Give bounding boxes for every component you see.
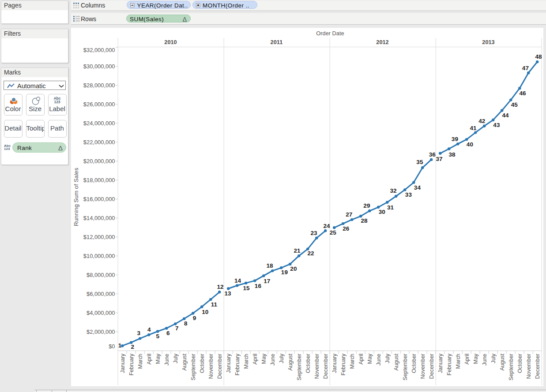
svg-text:Running Sum of Sales: Running Sum of Sales	[73, 168, 79, 226]
svg-text:15: 15	[243, 285, 250, 291]
svg-text:May: May	[473, 353, 479, 364]
svg-text:24: 24	[324, 223, 331, 229]
svg-text:22: 22	[307, 250, 314, 257]
svg-text:$2,000,000: $2,000,000	[87, 329, 115, 335]
svg-text:1: 1	[118, 342, 122, 349]
svg-text:30: 30	[379, 209, 385, 215]
svg-text:14: 14	[234, 277, 241, 284]
svg-text:40: 40	[467, 141, 473, 148]
svg-text:2012: 2012	[376, 39, 388, 45]
svg-text:2: 2	[131, 343, 134, 350]
svg-text:February: February	[446, 353, 452, 375]
svg-text:4: 4	[147, 326, 151, 333]
svg-text:March: March	[349, 354, 355, 369]
svg-text:June: June	[270, 354, 276, 366]
svg-text:16: 16	[255, 283, 262, 289]
svg-text:42: 42	[478, 118, 486, 124]
svg-text:April: April	[146, 354, 152, 365]
svg-text:44: 44	[502, 112, 509, 119]
svg-text:January: January	[120, 353, 126, 373]
svg-text:November: November	[420, 354, 426, 379]
svg-text:December: December	[323, 354, 329, 379]
svg-text:2010: 2010	[164, 39, 177, 45]
svg-text:April: April	[464, 354, 470, 365]
svg-text:February: February	[234, 353, 241, 375]
svg-text:July: July	[279, 353, 285, 363]
svg-text:28: 28	[361, 217, 368, 224]
svg-text:July: July	[384, 353, 391, 363]
svg-text:October: October	[517, 354, 523, 373]
svg-text:26: 26	[343, 225, 350, 232]
svg-text:December: December	[535, 354, 541, 379]
svg-text:July: July	[173, 353, 179, 363]
svg-text:29: 29	[363, 202, 370, 209]
svg-text:5: 5	[156, 333, 160, 340]
svg-text:October: October	[199, 354, 205, 373]
svg-text:June: June	[482, 354, 488, 366]
svg-text:January: January	[437, 353, 444, 373]
svg-text:$0: $0	[109, 343, 115, 350]
svg-text:$24,000,000: $24,000,000	[83, 120, 115, 127]
svg-text:$10,000,000: $10,000,000	[83, 253, 115, 259]
svg-text:23: 23	[311, 230, 318, 236]
svg-text:May: May	[155, 353, 161, 364]
svg-text:21: 21	[294, 247, 301, 254]
svg-text:March: March	[137, 354, 143, 369]
svg-text:January: January	[331, 353, 338, 373]
svg-text:$26,000,000: $26,000,000	[83, 101, 115, 108]
svg-text:27: 27	[346, 211, 352, 218]
svg-text:12: 12	[217, 284, 224, 290]
svg-text:$22,000,000: $22,000,000	[83, 139, 115, 146]
svg-text:45: 45	[511, 101, 518, 108]
svg-text:48: 48	[535, 53, 542, 60]
svg-text:$12,000,000: $12,000,000	[83, 234, 115, 240]
svg-text:February: February	[340, 353, 346, 375]
svg-text:17: 17	[264, 278, 270, 284]
svg-text:7: 7	[175, 325, 179, 332]
svg-text:2011: 2011	[271, 39, 283, 45]
svg-text:March: March	[455, 354, 461, 369]
svg-text:September: September	[508, 354, 514, 381]
svg-text:47: 47	[522, 65, 529, 71]
svg-text:32: 32	[390, 187, 397, 194]
svg-text:April: April	[358, 354, 364, 365]
svg-text:35: 35	[416, 159, 423, 165]
svg-text:2013: 2013	[482, 39, 494, 45]
svg-text:$8,000,000: $8,000,000	[87, 272, 115, 278]
svg-text:11: 11	[211, 301, 218, 308]
svg-text:$28,000,000: $28,000,000	[83, 82, 115, 89]
svg-text:September: September	[402, 354, 408, 381]
svg-text:September: September	[296, 354, 302, 381]
svg-text:March: March	[243, 354, 249, 369]
svg-text:18: 18	[267, 262, 274, 269]
svg-text:December: December	[429, 354, 435, 379]
svg-text:46: 46	[520, 90, 527, 97]
svg-text:20: 20	[290, 265, 297, 272]
svg-text:August: August	[181, 353, 188, 370]
svg-text:$16,000,000: $16,000,000	[83, 196, 115, 202]
svg-text:$4,000,000: $4,000,000	[87, 310, 115, 316]
svg-text:February: February	[128, 353, 135, 375]
svg-text:July: July	[490, 353, 497, 363]
svg-text:November: November	[526, 354, 532, 379]
svg-text:8: 8	[184, 320, 188, 327]
svg-text:34: 34	[414, 184, 421, 191]
svg-text:August: August	[287, 353, 294, 370]
svg-text:May: May	[367, 353, 373, 364]
svg-text:31: 31	[387, 204, 394, 211]
svg-text:41: 41	[470, 125, 477, 131]
svg-text:33: 33	[405, 191, 412, 198]
svg-text:25: 25	[330, 229, 337, 236]
svg-text:43: 43	[493, 122, 500, 128]
svg-text:September: September	[190, 354, 196, 381]
svg-text:October: October	[305, 354, 311, 373]
svg-text:$14,000,000: $14,000,000	[83, 215, 115, 221]
svg-text:36: 36	[429, 151, 436, 158]
svg-text:June: June	[376, 354, 382, 366]
svg-text:November: November	[208, 354, 214, 379]
svg-text:$30,000,000: $30,000,000	[83, 63, 115, 70]
svg-text:9: 9	[193, 315, 196, 321]
svg-text:$32,000,000: $32,000,000	[83, 47, 115, 53]
svg-text:13: 13	[224, 290, 231, 297]
svg-text:38: 38	[449, 151, 456, 158]
